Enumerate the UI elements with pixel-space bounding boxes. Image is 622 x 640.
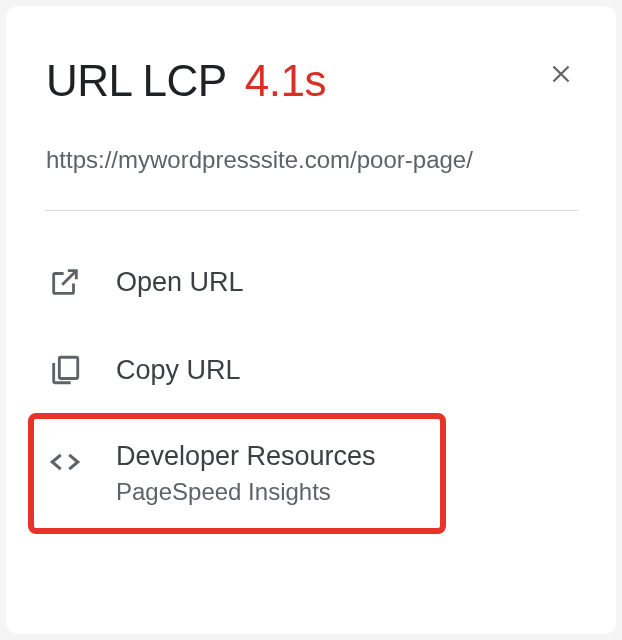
copy-url-action[interactable]: Copy URL [46, 349, 576, 391]
divider [44, 210, 578, 211]
panel-title: URL LCP [46, 56, 227, 106]
copy-icon [48, 353, 82, 387]
actions-list: Open URL Copy URL Developer Resources [46, 261, 576, 510]
url-display: https://mywordpresssite.com/poor-page/ [46, 146, 576, 174]
developer-resources-action[interactable]: Developer Resources PageSpeed Insights [46, 437, 576, 510]
svg-line-2 [62, 271, 76, 285]
panel-header: URL LCP 4.1s [46, 56, 576, 106]
close-button[interactable] [546, 61, 576, 91]
open-url-label: Open URL [116, 267, 244, 298]
svg-rect-3 [59, 357, 77, 378]
dev-resources-label: Developer Resources [116, 441, 376, 472]
open-url-action[interactable]: Open URL [46, 261, 576, 303]
copy-url-label: Copy URL [116, 355, 241, 386]
lcp-metric-value: 4.1s [245, 56, 326, 106]
dev-resources-texts: Developer Resources PageSpeed Insights [116, 441, 376, 506]
code-icon [48, 445, 82, 479]
open-external-icon [48, 265, 82, 299]
title-group: URL LCP 4.1s [46, 56, 326, 106]
close-icon [548, 61, 574, 91]
dev-resources-sublabel: PageSpeed Insights [116, 478, 376, 506]
lcp-detail-panel: URL LCP 4.1s https://mywordpresssite.com… [6, 6, 616, 634]
